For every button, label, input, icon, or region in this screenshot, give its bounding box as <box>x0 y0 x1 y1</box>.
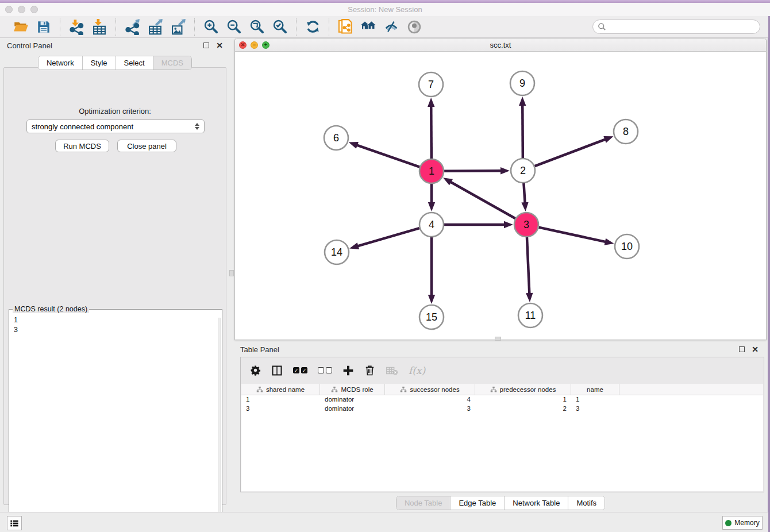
node-label-9: 9 <box>519 78 525 89</box>
tab-motifs[interactable]: Motifs <box>568 496 605 510</box>
tab-mcds[interactable]: MCDS <box>153 56 191 70</box>
arrowhead-3-1 <box>443 178 453 185</box>
tree-column-icon <box>490 386 497 393</box>
edge-1-2[interactable] <box>444 171 502 171</box>
zoom-out-icon[interactable] <box>226 19 242 35</box>
table-header-row[interactable]: shared nameMCDS rolesuccessor nodesprede… <box>241 384 763 395</box>
edge-3-10[interactable] <box>538 228 606 242</box>
edge-1-6[interactable] <box>356 145 419 167</box>
clone-network-icon[interactable] <box>337 19 353 35</box>
view-splitter-handle[interactable] <box>495 337 501 341</box>
cell-successor-nodes[interactable]: 4 <box>385 395 475 404</box>
table-row[interactable]: 3dominator323 <box>241 404 763 414</box>
optimization-criterion-select[interactable]: strongly connected component <box>26 119 205 133</box>
tab-select[interactable]: Select <box>116 56 153 70</box>
refresh-layout-icon[interactable] <box>305 19 321 35</box>
control-panel: Control Panel ✕ NetworkStyleSelectMCDS O… <box>0 38 230 512</box>
close-panel-button[interactable]: Close panel <box>117 140 176 152</box>
delete-table-icon[interactable] <box>386 364 398 377</box>
cell-predecessor-nodes[interactable]: 1 <box>475 395 571 404</box>
cell-shared-name[interactable]: 3 <box>241 404 320 414</box>
tab-edge-table[interactable]: Edge Table <box>450 496 504 510</box>
mcds-result-list[interactable]: 13 <box>9 310 222 335</box>
memory-button[interactable]: Memory <box>722 516 763 530</box>
search-input[interactable] <box>609 23 752 31</box>
hide-panel-icon[interactable] <box>383 19 399 35</box>
export-network-icon[interactable] <box>124 19 140 35</box>
open-file-icon[interactable] <box>13 19 29 35</box>
zoom-in-icon[interactable] <box>203 19 219 35</box>
control-panel-title: Control Panel <box>7 41 52 50</box>
tab-style[interactable]: Style <box>82 56 116 70</box>
run-mcds-button[interactable]: Run MCDS <box>55 140 109 152</box>
memory-label: Memory <box>734 519 759 527</box>
arrowhead-2-8 <box>603 136 613 143</box>
zoom-fit-icon[interactable] <box>249 19 265 35</box>
table-row[interactable]: 1dominator411 <box>241 395 763 404</box>
table-toolbar: ✓✓ f(x) <box>241 357 764 383</box>
node-label-6: 6 <box>333 132 339 144</box>
edge-3-1[interactable] <box>449 182 515 219</box>
add-column-icon[interactable] <box>342 365 354 376</box>
network-window-titlebar[interactable]: ✕ − + scc.txt <box>235 38 766 52</box>
cell-shared-name[interactable]: 1 <box>241 395 320 404</box>
save-session-icon[interactable] <box>36 19 52 35</box>
zoom-selected-icon[interactable] <box>272 19 288 35</box>
export-image-icon[interactable] <box>170 19 186 35</box>
network-canvas[interactable]: 7968124314101511 <box>235 52 766 340</box>
cell-predecessor-nodes[interactable]: 2 <box>475 404 571 414</box>
column-header-successor-nodes[interactable]: successor nodes <box>385 384 475 395</box>
close-table-panel-icon[interactable]: ✕ <box>752 346 759 352</box>
split-panel-icon[interactable] <box>271 365 283 376</box>
gear-icon[interactable] <box>250 365 261 376</box>
network-graph[interactable]: 7968124314101511 <box>235 52 766 340</box>
cell-name[interactable]: 3 <box>571 404 619 414</box>
cell-MCDS-role[interactable]: dominator <box>320 404 385 414</box>
column-header-name[interactable]: name <box>571 384 619 395</box>
table-body[interactable]: 1dominator4113dominator323 <box>241 395 763 414</box>
edge-4-14[interactable] <box>357 228 419 246</box>
close-panel-icon[interactable]: ✕ <box>216 43 223 48</box>
export-table-icon[interactable] <box>147 19 163 35</box>
arrowhead-2-3 <box>521 202 528 211</box>
edge-2-3[interactable] <box>523 183 525 204</box>
import-table-icon[interactable] <box>91 19 107 35</box>
edge-2-9[interactable] <box>522 104 523 158</box>
node-label-11: 11 <box>525 310 536 321</box>
column-header-MCDS-role[interactable]: MCDS role <box>320 384 385 395</box>
import-network-icon[interactable] <box>68 19 84 35</box>
result-item[interactable]: 3 <box>14 325 222 335</box>
edge-3-11[interactable] <box>527 237 529 295</box>
column-header-predecessor-nodes[interactable]: predecessor nodes <box>475 384 571 395</box>
search-icon <box>598 22 606 31</box>
cell-name[interactable]: 1 <box>571 395 619 404</box>
deselect-all-checkboxes-icon[interactable] <box>318 367 332 373</box>
node-label-14: 14 <box>331 246 342 258</box>
column-header-shared-name[interactable]: shared name <box>241 384 320 395</box>
tab-node-table[interactable]: Node Table <box>396 496 451 510</box>
edge-2-8[interactable] <box>535 139 607 166</box>
home-icons[interactable] <box>360 19 376 35</box>
task-history-icon[interactable] <box>7 516 22 530</box>
arrowhead-4-3 <box>504 221 513 228</box>
tab-network-table[interactable]: Network Table <box>504 496 568 510</box>
eye-icon[interactable] <box>406 19 422 35</box>
cell-successor-nodes[interactable]: 3 <box>385 404 475 414</box>
node-table[interactable]: shared nameMCDS rolesuccessor nodesprede… <box>241 384 763 491</box>
mcds-panel: Optimization criterion: strongly connect… <box>3 67 226 505</box>
edge-1-7[interactable] <box>431 105 432 159</box>
window-accent-strip-right <box>768 3 770 532</box>
result-item[interactable]: 1 <box>14 315 222 325</box>
arrowhead-2-9 <box>519 97 526 106</box>
tab-network[interactable]: Network <box>38 56 82 70</box>
float-table-panel-icon[interactable] <box>739 346 745 352</box>
float-panel-icon[interactable] <box>203 43 209 48</box>
node-label-15: 15 <box>426 311 437 323</box>
cell-MCDS-role[interactable]: dominator <box>320 395 385 404</box>
search-field[interactable] <box>592 20 760 34</box>
result-scrollbar[interactable] <box>218 318 221 523</box>
panel-splitter-handle[interactable] <box>229 270 234 276</box>
arrowhead-1-2 <box>500 167 510 174</box>
select-all-checkboxes-icon[interactable]: ✓✓ <box>293 367 307 373</box>
delete-icon[interactable] <box>364 365 375 376</box>
